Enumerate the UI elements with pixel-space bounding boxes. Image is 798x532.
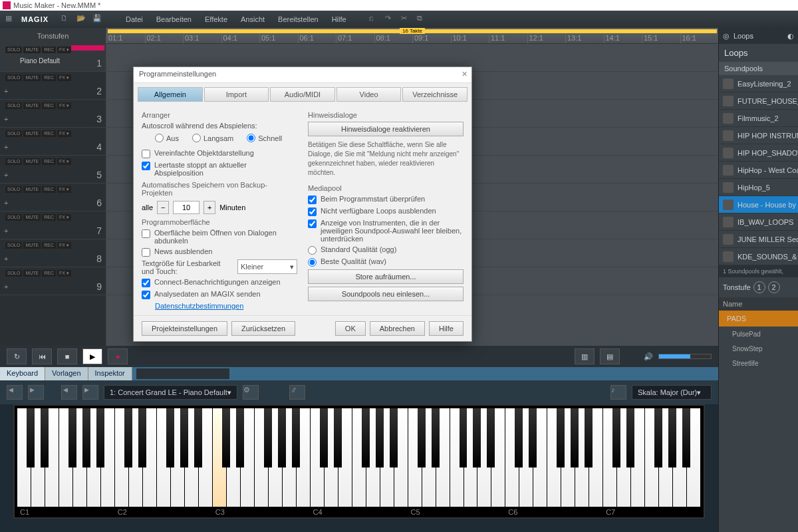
track-9[interactable]: SOLOMUTERECFX ▾+9 xyxy=(0,267,106,295)
project-settings-button[interactable]: Projekteinstellungen xyxy=(142,321,227,336)
black-key[interactable] xyxy=(138,408,146,467)
white-key[interactable] xyxy=(408,408,422,507)
reset-button[interactable]: Zurücksetzen xyxy=(231,321,295,336)
radio-ogg[interactable]: Standard Qualität (ogg) xyxy=(308,245,464,255)
menu-ansicht[interactable]: Ansicht xyxy=(237,14,269,25)
stop-button[interactable]: ■ xyxy=(57,348,77,364)
black-key[interactable] xyxy=(571,408,579,467)
soundpool-item[interactable]: HIP HOP_SHADOW xyxy=(719,144,798,162)
black-key[interactable] xyxy=(180,408,188,467)
preset-next-button[interactable]: ► xyxy=(82,385,98,400)
preset-select[interactable]: 1: Concert Grand LE - Piano Default▾ xyxy=(104,385,237,400)
white-key[interactable] xyxy=(603,408,617,507)
soundpool-item[interactable]: JUNE MILLER Seq xyxy=(719,231,798,248)
view-icon[interactable]: ▤ xyxy=(600,348,620,364)
black-key[interactable] xyxy=(529,408,537,467)
black-key[interactable] xyxy=(236,408,244,467)
play-button[interactable]: ▶ xyxy=(82,348,102,364)
kb-prev-button[interactable]: ◄ xyxy=(7,385,23,400)
black-key[interactable] xyxy=(487,408,495,467)
menu-datei[interactable]: Datei xyxy=(122,14,147,25)
loop-item[interactable]: Streetlife xyxy=(719,356,798,370)
black-key[interactable] xyxy=(292,408,300,467)
tab-video[interactable]: Video xyxy=(336,87,402,102)
black-key[interactable] xyxy=(515,408,523,467)
kb-next-button[interactable]: ► xyxy=(28,385,44,400)
black-key[interactable] xyxy=(473,408,481,467)
skip-back-button[interactable]: ⏮ xyxy=(32,348,52,364)
black-key[interactable] xyxy=(68,408,76,467)
radio-aus[interactable]: Aus xyxy=(155,134,179,142)
rp-gauge-icon[interactable]: ◐ xyxy=(787,32,794,41)
tab-vorlagen[interactable]: Vorlagen xyxy=(45,367,88,380)
track-1[interactable]: SOLOMUTERECFX ▾Piano Default1 xyxy=(0,44,106,72)
soundpool-item[interactable]: EasyListening_2 xyxy=(719,75,798,92)
loop-item[interactable]: PulsePad xyxy=(719,327,798,341)
ok-button[interactable]: OK xyxy=(335,321,366,336)
help-button[interactable]: Hilfe xyxy=(429,321,464,336)
radio-schnell[interactable]: Schnell xyxy=(247,134,282,142)
chk-simple[interactable]: Vereinfachte Objektdarstellung xyxy=(142,149,297,158)
track-4[interactable]: SOLOMUTERECFX ▾+4 xyxy=(0,128,106,156)
gear-icon[interactable]: ⚙ xyxy=(243,385,259,400)
search-input[interactable] xyxy=(136,368,229,379)
black-key[interactable] xyxy=(682,408,690,467)
timeline-ruler[interactable]: 16 Takte 01:102:103:104:105:106:107:108:… xyxy=(106,28,718,44)
black-key[interactable] xyxy=(390,408,398,467)
radio-langsam[interactable]: Langsam xyxy=(192,134,233,142)
black-key[interactable] xyxy=(557,408,565,467)
privacy-link[interactable]: Datenschutzbestimmungen xyxy=(155,302,297,310)
tab-allgemein[interactable]: Allgemein xyxy=(138,87,203,102)
close-icon[interactable]: ✕ xyxy=(462,70,467,78)
black-key[interactable] xyxy=(612,408,620,467)
scale-select[interactable]: Skala: Major (Dur)▾ xyxy=(632,385,712,400)
save-file-icon[interactable]: 💾 xyxy=(92,14,103,25)
black-key[interactable] xyxy=(278,408,286,467)
tab-audiomidi[interactable]: Audio/MIDI xyxy=(270,87,335,102)
black-key[interactable] xyxy=(418,408,426,467)
category-pads[interactable]: PADS xyxy=(719,311,798,327)
tab-import[interactable]: Import xyxy=(204,87,269,102)
loop-button[interactable]: ↻ xyxy=(7,348,27,364)
black-key[interactable] xyxy=(82,408,90,467)
black-key[interactable] xyxy=(585,408,593,467)
toolbar-icon[interactable]: ✂ xyxy=(401,14,412,25)
black-key[interactable] xyxy=(222,408,230,467)
soundpool-item[interactable]: IB_WAV_LOOPS xyxy=(719,213,798,231)
scale-icon[interactable]: ♪ xyxy=(610,385,626,400)
black-key[interactable] xyxy=(194,408,202,467)
reread-soundpools-button[interactable]: Soundpools neu einlesen... xyxy=(308,287,464,301)
track-2[interactable]: SOLOMUTERECFX ▾+2 xyxy=(0,72,106,100)
chk-analytics[interactable]: Analysedaten an MAGIX senden xyxy=(142,290,297,299)
white-key[interactable] xyxy=(450,408,464,507)
spin-down-button[interactable]: − xyxy=(157,201,169,214)
store-cleanup-button[interactable]: Store aufräumen... xyxy=(308,269,464,284)
track-7[interactable]: SOLOMUTERECFX ▾+7 xyxy=(0,211,106,239)
tab-keyboard[interactable]: Keyboard xyxy=(0,367,45,380)
black-key[interactable] xyxy=(27,408,35,467)
black-key[interactable] xyxy=(41,408,49,467)
white-key[interactable] xyxy=(255,408,269,507)
spin-up-button[interactable]: + xyxy=(203,201,215,214)
tab-inspektor[interactable]: Inspektor xyxy=(88,367,132,380)
radio-wav[interactable]: Beste Qualität (wav) xyxy=(308,257,464,267)
white-key[interactable] xyxy=(645,408,659,507)
white-key[interactable] xyxy=(547,408,561,507)
black-key[interactable] xyxy=(334,408,342,467)
white-key[interactable] xyxy=(115,408,129,507)
white-key[interactable] xyxy=(17,408,31,507)
soundpool-item[interactable]: KDE_SOUNDS_& F xyxy=(719,248,798,265)
white-key[interactable] xyxy=(213,408,227,507)
soundpool-item[interactable]: FUTURE_HOUSE_& xyxy=(719,92,798,110)
cancel-button[interactable]: Abbrechen xyxy=(370,321,425,336)
white-key[interactable] xyxy=(311,408,325,507)
track-5[interactable]: SOLOMUTERECFX ▾+5 xyxy=(0,156,106,184)
record-button[interactable]: ● xyxy=(108,348,128,364)
black-key[interactable] xyxy=(376,408,384,467)
white-key[interactable] xyxy=(59,408,73,507)
soundpool-item[interactable]: HipHop - West Coa xyxy=(719,162,798,179)
black-key[interactable] xyxy=(264,408,272,467)
black-key[interactable] xyxy=(432,408,440,467)
white-key[interactable] xyxy=(157,408,171,507)
black-key[interactable] xyxy=(626,408,634,467)
